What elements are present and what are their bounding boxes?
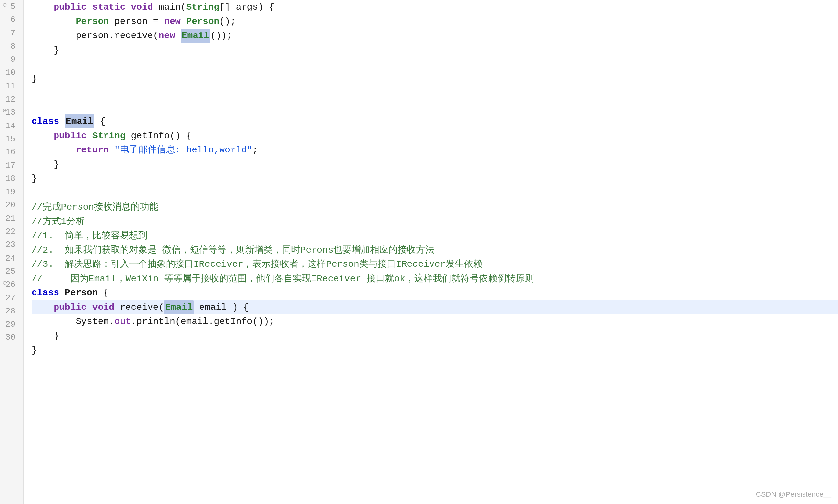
code-line-14: public String getInfo () { <box>32 129 838 143</box>
code-line-12 <box>32 100 838 115</box>
code-line-15: return "电子邮件信息: hello,world" ; <box>32 143 838 157</box>
line-num-5: 5 <box>3 0 17 13</box>
code-line-22: //2. 如果我们获取的对象是 微信，短信等等，则新增类，同时Perons也要增… <box>32 243 838 257</box>
code-line-24: // 因为Email，WeiXin 等等属于接收的范围，他们各自实现IRecei… <box>32 272 838 286</box>
code-line-28: } <box>32 329 838 343</box>
code-line-6: Person person = new Person (); <box>32 15 838 29</box>
code-content: public static void main ( String [] args… <box>24 0 838 504</box>
code-line-7: person.receive( new Email ()); <box>32 29 838 43</box>
code-line-18 <box>32 186 838 200</box>
code-line-30 <box>32 358 838 372</box>
line-num-30: 30 <box>3 331 17 344</box>
line-num-28: 28 <box>3 305 17 318</box>
line-num-11: 11 <box>3 79 17 93</box>
code-line-5: public static void main ( String [] args… <box>32 0 838 15</box>
code-line-25: class Person { <box>32 286 838 300</box>
line-num-15: 15 <box>3 132 17 146</box>
code-line-11 <box>32 86 838 100</box>
code-line-16: } <box>32 157 838 172</box>
code-line-20: //方式1分析 <box>32 215 838 229</box>
watermark: CSDN @Persistence__ <box>756 489 832 500</box>
code-line-10: } <box>32 72 838 86</box>
line-num-17: 17 <box>3 159 17 172</box>
line-num-9: 9 <box>3 53 17 66</box>
line-num-13: 13 <box>3 106 17 119</box>
line-num-10: 10 <box>3 66 17 79</box>
line-num-6: 6 <box>3 13 17 26</box>
line-num-16: 16 <box>3 146 17 159</box>
code-line-9 <box>32 57 838 72</box>
line-num-24: 24 <box>3 252 17 265</box>
code-line-19: //完成Person接收消息的功能 <box>32 200 838 215</box>
code-editor: 5 6 7 8 9 10 11 12 13 14 15 16 17 18 19 … <box>0 0 838 504</box>
code-line-26: public void receive ( Email email ) { <box>32 300 838 315</box>
line-num-7: 7 <box>3 26 17 40</box>
code-line-21: //1. 简单，比较容易想到 <box>32 229 838 243</box>
code-line-8: } <box>32 43 838 57</box>
line-num-18: 18 <box>3 172 17 185</box>
line-num-8: 8 <box>3 40 17 53</box>
code-line-27: System. out .println(email.getInfo()); <box>32 314 838 329</box>
line-num-25: 25 <box>3 265 17 278</box>
line-num-20: 20 <box>3 198 17 212</box>
line-num-19: 19 <box>3 185 17 198</box>
line-num-12: 12 <box>3 93 17 106</box>
line-num-14: 14 <box>3 119 17 132</box>
code-line-13: class Email { <box>32 114 838 129</box>
line-num-22: 22 <box>3 225 17 238</box>
line-num-21: 21 <box>3 212 17 225</box>
line-num-27: 27 <box>3 291 17 305</box>
line-num-23: 23 <box>3 238 17 251</box>
line-num-26: 26 <box>3 278 17 291</box>
line-numbers: 5 6 7 8 9 10 11 12 13 14 15 16 17 18 19 … <box>0 0 24 504</box>
code-line-23: //3. 解决思路：引入一个抽象的接口IReceiver，表示接收者，这样Per… <box>32 257 838 272</box>
code-line-17: } <box>32 172 838 186</box>
code-line-29: } <box>32 343 838 358</box>
line-num-29: 29 <box>3 318 17 331</box>
